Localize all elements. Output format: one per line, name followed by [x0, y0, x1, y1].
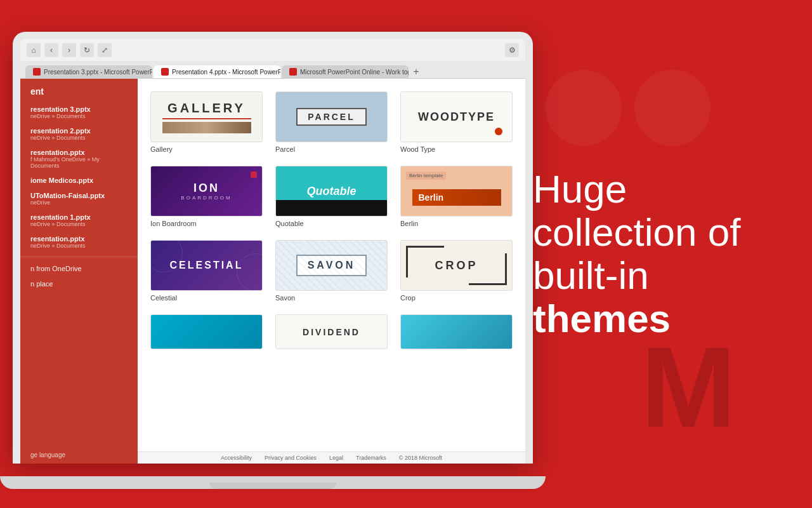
theme-card-woodtype[interactable]: WOODTYPE Wood Type	[400, 91, 513, 153]
sidebar-item-6-title: resentation.pptx	[30, 235, 128, 243]
thumb-woodtype: WOODTYPE	[400, 91, 513, 142]
sidebar-item-1-title: resentation 2.pptx	[30, 127, 128, 135]
footer-legal[interactable]: Legal	[329, 455, 343, 461]
sidebar-item-5-title: resentation 1.pptx	[30, 213, 128, 221]
sidebar-item-5[interactable]: resentation 1.pptx neDrive » Documents	[20, 210, 138, 231]
sidebar-item-4[interactable]: UToMation-Faisal.pptx neDrive	[20, 188, 138, 210]
laptop-wrapper: ⌂ ‹ › ↻ ⤢ ⚙ Presentation 3.pptx - Micros…	[0, 19, 546, 489]
theme-card-blue[interactable]	[400, 314, 513, 349]
footer-accessibility[interactable]: Accessibility	[221, 455, 252, 461]
theme-label-berlin: Berlin	[400, 220, 513, 227]
thumb-berlin: Berlin template Berlin	[400, 166, 513, 217]
sidebar-item-4-title: UToMation-Faisal.pptx	[30, 192, 128, 199]
nav-forward[interactable]: ›	[62, 43, 76, 57]
theme-card-gallery[interactable]: GALLERY Gallery	[150, 91, 263, 153]
laptop-screen: ⌂ ‹ › ↻ ⤢ ⚙ Presentation 3.pptx - Micros…	[20, 39, 525, 464]
thumb-dividend-text: DIVIDEND	[275, 314, 388, 349]
tab-1[interactable]: Presentation 3.pptx - Microsoft PowerPoi…	[25, 65, 152, 78]
browser-toolbar: ⌂ ‹ › ↻ ⤢ ⚙	[20, 39, 525, 61]
thumb-crop: CROP	[400, 240, 513, 291]
nav-back[interactable]: ‹	[44, 43, 58, 57]
theme-label-crop: Crop	[400, 294, 513, 302]
theme-card-quotable[interactable]: Quotable Quotable	[275, 166, 388, 227]
browser-chrome: ⌂ ‹ › ↻ ⤢ ⚙ Presentation 3.pptx - Micros…	[20, 39, 525, 79]
theme-card-crop[interactable]: CROP Crop	[400, 240, 513, 302]
tab-2[interactable]: Presentation 4.pptx - Microsoft PowerPoi…	[154, 65, 280, 78]
sidebar-item-0-sub: neDrive » Documents	[30, 113, 128, 119]
laptop-base-notch	[209, 483, 336, 489]
nav-home[interactable]: ⌂	[27, 43, 41, 57]
nav-refresh[interactable]: ↻	[80, 43, 94, 57]
tab-3-icon	[289, 68, 297, 76]
sidebar-item-3[interactable]: iome Medicos.pptx	[20, 173, 138, 188]
sidebar-item-1[interactable]: resentation 2.pptx neDrive » Documents	[20, 123, 138, 145]
thumb-quotable-bar	[276, 200, 387, 216]
tab-3[interactable]: Microsoft PowerPoint Online - Work toget…	[282, 65, 409, 78]
sidebar-language[interactable]: ge language	[20, 446, 138, 464]
theme-card-ion[interactable]: ION BOARDROOM Ion Boardroom	[150, 166, 263, 227]
thumb-berlin-tag: Berlin template	[406, 171, 446, 180]
tab-add-button[interactable]: +	[410, 65, 422, 78]
right-panel: Huge collection of built-in themes	[508, 0, 774, 508]
thumb-ion-sub: BOARDROOM	[181, 195, 232, 201]
theme-grid: GALLERY Gallery PARCEL	[150, 91, 513, 349]
theme-card-dividend[interactable]	[150, 314, 263, 349]
thumb-celestial-circle-2	[237, 253, 263, 291]
theme-label-parcel: Parcel	[275, 145, 388, 153]
theme-label-celestial: Celestial	[150, 294, 263, 302]
theme-card-celestial[interactable]: CELESTIAL Celestial	[150, 240, 263, 302]
headline-line2: collection of	[533, 210, 740, 254]
sidebar-item-2-title: resentation.pptx	[30, 149, 128, 156]
sidebar-item-2-sub: f Mahmud's OneDrive » My Documents	[30, 156, 128, 169]
theme-label-quotable: Quotable	[275, 220, 388, 227]
thumb-gallery-title: GALLERY	[162, 101, 251, 119]
theme-label-woodtype: Wood Type	[400, 145, 513, 153]
headline-line1: Huge	[533, 167, 627, 211]
theme-label-ion: Ion Boardroom	[150, 220, 263, 227]
sidebar-item-0[interactable]: resentation 3.pptx neDrive » Documents	[20, 102, 138, 123]
sidebar-item-6[interactable]: resentation.pptx neDrive » Documents	[20, 231, 138, 253]
thumb-berlin-title: Berlin	[419, 192, 495, 203]
headline-line3: built-in	[533, 253, 649, 297]
sidebar: ent resentation 3.pptx neDrive » Documen…	[20, 79, 138, 464]
thumb-savon: SAVON	[275, 240, 388, 291]
thumb-gallery: GALLERY	[150, 91, 263, 142]
sidebar-item-6-sub: neDrive » Documents	[30, 243, 128, 249]
sidebar-item-3-title: iome Medicos.pptx	[30, 177, 128, 184]
sidebar-item-5-sub: neDrive » Documents	[30, 221, 128, 227]
browser-content: ent resentation 3.pptx neDrive » Documen…	[20, 79, 525, 464]
theme-card-parcel[interactable]: PARCEL Parcel	[275, 91, 388, 153]
thumb-dividend	[150, 314, 263, 349]
headline-bold: themes	[533, 297, 671, 340]
theme-label-gallery: Gallery	[150, 145, 263, 153]
sidebar-divider	[20, 257, 138, 257]
main-content: GALLERY Gallery PARCEL	[138, 79, 525, 451]
theme-card-dividend-text[interactable]: DIVIDEND	[275, 314, 388, 349]
thumb-parcel-text: PARCEL	[308, 112, 355, 122]
browser-tabs: Presentation 3.pptx - Microsoft PowerPoi…	[20, 61, 525, 78]
thumb-celestial-text: CELESTIAL	[170, 260, 244, 271]
theme-card-savon[interactable]: SAVON Savon	[275, 240, 388, 302]
sidebar-open-onedrive[interactable]: n from OneDrive	[20, 261, 138, 276]
thumb-woodtype-text: WOODTYPE	[418, 110, 495, 124]
footer-trademarks[interactable]: Trademarks	[356, 455, 386, 461]
sidebar-item-2[interactable]: resentation.pptx f Mahmud's OneDrive » M…	[20, 145, 138, 173]
thumb-ion: ION BOARDROOM	[150, 166, 263, 217]
thumb-ion-dot	[251, 171, 257, 178]
thumb-gallery-img	[162, 122, 251, 133]
tab-2-icon	[161, 68, 169, 76]
thumb-blue	[400, 314, 513, 349]
footer-privacy[interactable]: Privacy and Cookies	[265, 455, 317, 461]
sidebar-item-4-sub: neDrive	[30, 199, 128, 206]
theme-card-berlin[interactable]: Berlin template Berlin Berlin	[400, 166, 513, 227]
headline: Huge collection of built-in themes	[533, 168, 749, 341]
laptop: ⌂ ‹ › ↻ ⤢ ⚙ Presentation 3.pptx - Micros…	[13, 32, 533, 464]
thumb-parcel: PARCEL	[275, 91, 388, 142]
tab-1-icon	[33, 68, 41, 76]
sidebar-open-place[interactable]: n place	[20, 276, 138, 291]
nav-expand[interactable]: ⤢	[98, 43, 112, 57]
footer-bar: Accessibility Privacy and Cookies Legal …	[138, 451, 525, 464]
thumb-savon-pattern	[276, 241, 387, 290]
thumb-woodtype-dot	[495, 128, 502, 135]
laptop-base	[0, 476, 546, 489]
